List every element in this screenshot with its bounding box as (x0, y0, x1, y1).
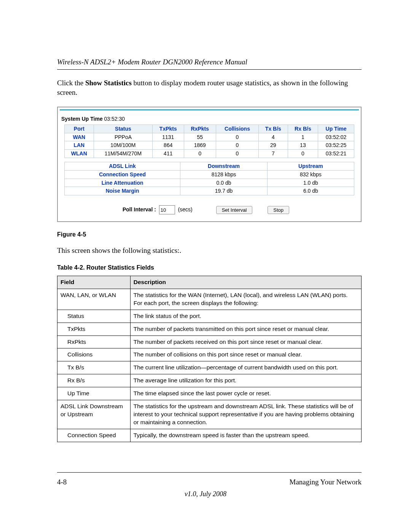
cell-field: ADSL Link Downstream or Upstream (57, 400, 131, 429)
table-row: LAN10M/100M86418690291303:52:25 (64, 141, 354, 150)
system-up-time-value: 03:52:30 (104, 116, 125, 122)
cell-upstream: 832 kbps (267, 170, 354, 179)
cell-field: RxPkts (57, 335, 131, 348)
table-row: WLAN11M/54M/270M411007003:52:21 (64, 150, 354, 158)
section-title: Managing Your Network (290, 477, 362, 487)
cell-collisions: 0 (216, 150, 259, 158)
table-row: Connection SpeedTypically, the downstrea… (57, 429, 362, 442)
cell-rxpkts: 55 (184, 133, 216, 141)
adsl-link-table: ADSL Link Downstream Upstream Connection… (64, 162, 354, 195)
cell-field: Up Time (57, 387, 131, 400)
cell-port: WAN (64, 133, 94, 141)
cell-field: Tx B/s (57, 361, 131, 374)
poll-interval-row: Poll Interval : (secs) Set Interval Stop (58, 205, 360, 214)
system-up-time: System Up Time 03:52:30 (61, 116, 357, 122)
stop-button[interactable]: Stop (268, 206, 289, 214)
cell-port: LAN (64, 141, 94, 150)
cell-description: The number of packets received on this p… (130, 335, 361, 348)
cell-description: The statistics for the WAN (Internet), L… (130, 289, 361, 310)
cell-collisions: 0 (216, 141, 259, 150)
table-row: Noise Margin19.7 db6.0 db (64, 187, 354, 195)
cell-description: The current line utilization—percentage … (130, 361, 361, 374)
cell-rxpkts: 1869 (184, 141, 216, 150)
col-adsl-link: ADSL Link (64, 162, 180, 170)
intro-paragraph: Click the Show Statistics button to disp… (57, 78, 362, 97)
intro-bold: Show Statistics (85, 79, 132, 87)
footer-rule (57, 472, 362, 473)
table-row: Up TimeThe time elapsed since the last p… (57, 387, 362, 400)
col-status: Status (94, 125, 152, 133)
table-row: Line Attenuation0.0 db1.0 db (64, 179, 354, 187)
cell-txbs: 29 (258, 141, 288, 150)
cell-field: WAN, LAN, or WLAN (57, 289, 131, 310)
cell-status: 10M/100M (94, 141, 152, 150)
table-header-row: Field Description (57, 276, 362, 289)
router-statistics-fields-table: Field Description WAN, LAN, or WLANThe s… (57, 276, 362, 442)
poll-interval-input[interactable] (159, 205, 175, 214)
col-collisions: Collisions (216, 125, 259, 133)
cell-adsl-label: Noise Margin (64, 187, 180, 195)
page-number: 4-8 (57, 477, 67, 487)
cell-txpkts: 864 (153, 141, 184, 150)
col-upstream: Upstream (267, 162, 354, 170)
cell-rxbs: 13 (288, 141, 318, 150)
statistics-screenshot: System Up Time 03:52:30 Port Status TxPk… (57, 107, 362, 222)
cell-adsl-label: Connection Speed (64, 170, 180, 179)
table-row: Rx B/sThe average line utilization for t… (57, 374, 362, 387)
cell-txbs: 4 (258, 133, 288, 141)
cell-downstream: 19.7 db (180, 187, 267, 195)
cell-description: The time elapsed since the last power cy… (130, 387, 361, 400)
table-row: CollisionsThe number of collisions on th… (57, 348, 362, 361)
page-footer: 4-8 Managing Your Network (57, 477, 362, 487)
cell-txpkts: 1131 (153, 133, 184, 141)
cell-txpkts: 411 (153, 150, 184, 158)
poll-interval-unit: (secs) (178, 206, 193, 212)
cell-field: Rx B/s (57, 374, 131, 387)
poll-interval-label: Poll Interval : (123, 206, 156, 212)
cell-description: The link status of the port. (130, 310, 361, 323)
table-row: StatusThe link status of the port. (57, 310, 362, 323)
cell-upstream: 6.0 db (267, 187, 354, 195)
table-row: Connection Speed8128 kbps832 kbps (64, 170, 354, 179)
col-port: Port (64, 125, 94, 133)
accent-bar (60, 109, 359, 110)
table-row: WAN, LAN, or WLANThe statistics for the … (57, 289, 362, 310)
table-row: TxPktsThe number of packets transmitted … (57, 323, 362, 335)
table-header-row: ADSL Link Downstream Upstream (64, 162, 354, 170)
cell-adsl-label: Line Attenuation (64, 179, 180, 187)
mid-paragraph: This screen shows the following statisti… (57, 246, 362, 256)
col-rxpkts: RxPkts (184, 125, 216, 133)
table-title: Table 4-2. Router Statistics Fields (57, 264, 362, 272)
intro-pre: Click the (57, 79, 85, 87)
cell-uptime: 03:52:25 (318, 141, 354, 150)
table-row: WANPPPoA11315504103:52:02 (64, 133, 354, 141)
table-header-row: Port Status TxPkts RxPkts Collisions Tx … (64, 125, 354, 133)
col-txpkts: TxPkts (153, 125, 184, 133)
col-txbs: Tx B/s (258, 125, 288, 133)
cell-uptime: 03:52:21 (318, 150, 354, 158)
cell-downstream: 8128 kbps (180, 170, 267, 179)
cell-rxpkts: 0 (184, 150, 216, 158)
cell-field: Status (57, 310, 131, 323)
table-row: ADSL Link Downstream or UpstreamThe stat… (57, 400, 362, 429)
cell-uptime: 03:52:02 (318, 133, 354, 141)
cell-field: TxPkts (57, 323, 131, 335)
cell-rxbs: 1 (288, 133, 318, 141)
cell-rxbs: 0 (288, 150, 318, 158)
table-row: RxPktsThe number of packets received on … (57, 335, 362, 348)
system-up-time-label: System Up Time (61, 116, 103, 122)
figure-caption: Figure 4-5 (57, 230, 362, 239)
cell-description: Typically, the downstream speed is faste… (130, 429, 361, 442)
cell-status: PPPoA (94, 133, 152, 141)
cell-description: The average line utilization for this po… (130, 374, 361, 387)
cell-port: WLAN (64, 150, 94, 158)
cell-field: Collisions (57, 348, 131, 361)
cell-upstream: 1.0 db (267, 179, 354, 187)
col-downstream: Downstream (180, 162, 267, 170)
cell-downstream: 0.0 db (180, 179, 267, 187)
col-uptime: Up Time (318, 125, 354, 133)
port-statistics-table: Port Status TxPkts RxPkts Collisions Tx … (64, 125, 354, 158)
set-interval-button[interactable]: Set Interval (216, 206, 253, 214)
cell-description: The number of packets transmitted on thi… (130, 323, 361, 335)
cell-description: The statistics for the upstream and down… (130, 400, 361, 429)
